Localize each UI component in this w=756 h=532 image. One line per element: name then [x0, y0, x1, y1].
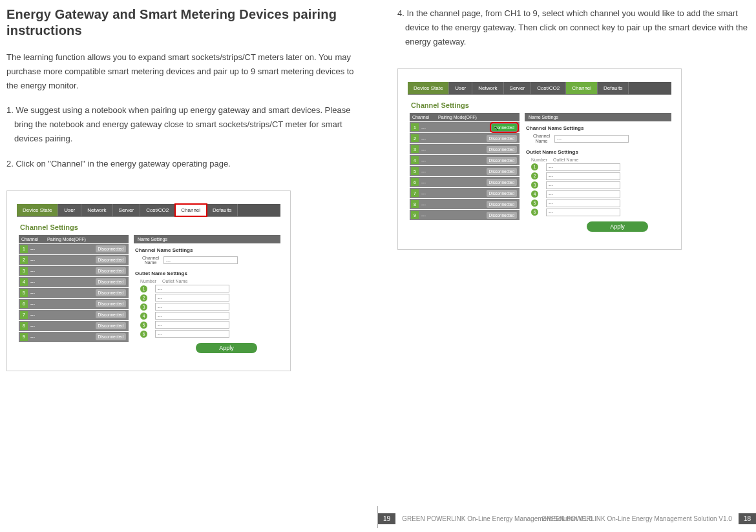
outlet-name-input[interactable] — [155, 330, 229, 338]
channel-row: 2---Disconnected — [410, 132, 520, 143]
channel-row: 4---Disconnected — [19, 276, 129, 287]
outlet-name-input[interactable] — [155, 312, 229, 320]
screenshot-channel-connected: Device State User Network Server Cost/CO… — [397, 68, 682, 249]
col-outlet-name: Outlet Name — [553, 158, 578, 162]
col-number: Number — [140, 279, 162, 283]
col-channel: Channel — [21, 237, 47, 241]
channel-row: 7---Disconnected — [410, 187, 520, 198]
col-channel: Channel — [412, 115, 438, 119]
col-pairing: Pairing Mode(OFF) — [438, 115, 517, 119]
section-title: Energy Gateway and Smart Metering Device… — [6, 6, 359, 39]
tab-channel[interactable]: Channel — [566, 82, 598, 94]
status-badge[interactable]: Disconnected — [96, 322, 126, 329]
apply-button[interactable]: Apply — [587, 221, 648, 232]
status-badge[interactable]: Disconnected — [96, 289, 126, 296]
channel-row: 1---Connected — [410, 121, 520, 132]
col-name-settings: Name Settings — [134, 235, 280, 243]
status-badge[interactable]: Disconnected — [487, 135, 517, 142]
channel-name-label: Channel Name — [529, 134, 554, 143]
outlet-name-input[interactable] — [546, 209, 620, 216]
channel-row: 3---Disconnected — [410, 143, 520, 154]
apply-button[interactable]: Apply — [196, 343, 257, 353]
status-badge-connected[interactable]: Connected — [492, 124, 517, 131]
panel-title: Channel Settings — [411, 101, 681, 109]
outlet-name-input[interactable] — [546, 163, 620, 171]
page-number: 18 — [739, 513, 756, 524]
nav-tabs: Device State User Network Server Cost/CO… — [17, 204, 280, 217]
status-badge[interactable]: Disconnected — [96, 300, 126, 307]
outlet-name-input[interactable] — [546, 181, 620, 189]
status-badge[interactable]: Disconnected — [487, 190, 517, 197]
status-badge[interactable]: Disconnected — [96, 333, 126, 340]
channel-name-settings-title: Channel Name Settings — [526, 125, 671, 131]
status-badge[interactable]: Disconnected — [487, 168, 517, 175]
outlet-name-settings-title: Outlet Name Settings — [526, 149, 671, 155]
status-badge[interactable]: Disconnected — [96, 278, 126, 285]
channel-row: 6---Disconnected — [410, 176, 520, 187]
outlet-name-settings-title: Outlet Name Settings — [135, 271, 280, 276]
status-badge[interactable]: Disconnected — [487, 179, 517, 186]
panel-title: Channel Settings — [20, 223, 290, 231]
outlet-name-input[interactable] — [155, 303, 229, 311]
status-badge[interactable]: Disconnected — [487, 212, 517, 219]
status-badge[interactable]: Disconnected — [96, 245, 126, 252]
channel-row: 5---Disconnected — [410, 165, 520, 176]
tab-network[interactable]: Network — [81, 204, 112, 216]
manual-page-left: Energy Gateway and Smart Metering Device… — [0, 0, 378, 532]
col-pairing: Pairing Mode(OFF) — [47, 237, 126, 241]
tab-user[interactable]: User — [449, 82, 472, 94]
col-outlet-name: Outlet Name — [162, 279, 187, 283]
channel-row: 6---Disconnected — [19, 298, 129, 309]
outlet-name-input[interactable] — [546, 172, 620, 180]
tab-defaults[interactable]: Defaults — [598, 82, 629, 94]
channel-name-label: Channel Name — [138, 256, 163, 265]
channel-row: 8---Disconnected — [410, 198, 520, 209]
outlet-name-input[interactable] — [546, 200, 620, 207]
tab-defaults[interactable]: Defaults — [207, 204, 238, 216]
tab-cost-co2[interactable]: Cost/CO2 — [140, 204, 175, 216]
intro-paragraph: The learning function allows you to expa… — [6, 50, 359, 93]
footer-text: GREEN POWERLINK On-Line Energy Managemen… — [395, 515, 599, 522]
outlet-name-input[interactable] — [155, 321, 229, 329]
footer-right: GREEN POWERLINK On-Line Energy Managemen… — [378, 513, 599, 524]
step-2: 2. Click on "Channel" in the energy gate… — [6, 157, 359, 171]
tab-cost-co2[interactable]: Cost/CO2 — [531, 82, 566, 94]
channel-row: 2---Disconnected — [19, 254, 129, 265]
step-1: 1. We suggest using a notebook when pair… — [6, 103, 359, 146]
channel-row: 5---Disconnected — [19, 287, 129, 298]
channel-name-settings-title: Channel Name Settings — [135, 247, 280, 253]
channel-row: 7---Disconnected — [19, 309, 129, 320]
channel-name-input[interactable] — [163, 256, 238, 264]
outlet-name-input[interactable] — [546, 190, 620, 198]
status-badge[interactable]: Disconnected — [96, 267, 126, 274]
status-badge[interactable]: Disconnected — [487, 146, 517, 153]
tab-server[interactable]: Server — [113, 204, 141, 216]
channel-row: 1---Disconnected — [19, 243, 129, 254]
channel-row: 3---Disconnected — [19, 265, 129, 276]
channel-row: 9---Disconnected — [410, 209, 520, 220]
outlet-name-input[interactable] — [155, 294, 229, 302]
channel-row: 8---Disconnected — [19, 320, 129, 331]
nav-tabs: Device State User Network Server Cost/CO… — [408, 82, 671, 95]
status-badge[interactable]: Disconnected — [487, 157, 517, 164]
channel-list: Channel Pairing Mode(OFF) 1---Disconnect… — [19, 235, 129, 361]
status-badge[interactable]: Disconnected — [96, 311, 126, 318]
channel-row: 4---Disconnected — [410, 154, 520, 165]
manual-page-right: 4. In the channel page, from CH1 to 9, s… — [378, 0, 756, 532]
tab-network[interactable]: Network — [472, 82, 503, 94]
tab-device-state[interactable]: Device State — [408, 82, 449, 94]
status-badge[interactable]: Disconnected — [487, 201, 517, 208]
step-4: 4. In the channel page, from CH1 to 9, s… — [397, 6, 750, 49]
tab-channel[interactable]: Channel — [175, 204, 207, 216]
channel-name-input[interactable] — [554, 135, 629, 143]
status-badge[interactable]: Disconnected — [96, 256, 126, 263]
col-name-settings: Name Settings — [525, 113, 671, 121]
col-number: Number — [531, 158, 553, 162]
page-number: 19 — [378, 513, 395, 524]
screenshot-channel-tab: Device State User Network Server Cost/CO… — [6, 190, 291, 371]
tab-server[interactable]: Server — [504, 82, 532, 94]
tab-device-state[interactable]: Device State — [17, 204, 58, 216]
channel-list: Channel Pairing Mode(OFF) 1---Connected … — [410, 113, 520, 239]
outlet-name-input[interactable] — [155, 285, 229, 292]
tab-user[interactable]: User — [58, 204, 81, 216]
